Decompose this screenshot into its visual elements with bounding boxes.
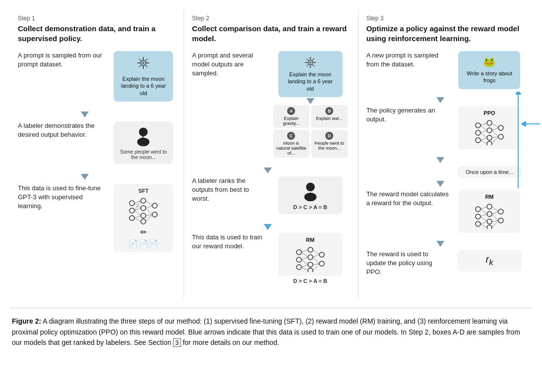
output-grid: A Explain gravity... B Explain war... C … [273, 105, 348, 158]
prompt-text-3: Write a story about frogs [464, 70, 514, 84]
person-box-1: ✏ Some people went to the moon... [114, 121, 173, 164]
svg-point-92 [487, 212, 492, 217]
step3-visual4: rk [455, 250, 524, 272]
rm-network-svg-3 [472, 202, 507, 229]
svg-point-52 [308, 262, 313, 267]
svg-line-80 [481, 138, 487, 140]
ranking-label: D > C > A = B [293, 204, 327, 210]
svg-point-73 [487, 141, 492, 145]
cyan-arrow [521, 120, 541, 128]
ppo-network-svg [472, 118, 507, 145]
sft-pencil-icon: ✏ [140, 227, 147, 237]
sft-network-svg [126, 196, 161, 225]
step3-text2: The policy generates an output. [366, 106, 449, 124]
svg-point-49 [297, 265, 301, 270]
step-3-col: Step 3 Optimize a policy against the rew… [359, 10, 532, 298]
svg-line-100 [481, 217, 487, 222]
step1-visual2: ✏ Some people went to the moon... [111, 121, 176, 164]
svg-line-102 [481, 224, 487, 227]
svg-line-6 [139, 59, 141, 61]
ppo-label: PPO [483, 110, 495, 116]
svg-point-94 [487, 225, 492, 229]
rm-box-3: RM [458, 190, 520, 233]
step2-visual3: RM [271, 233, 350, 284]
section-link[interactable]: 3 [173, 338, 181, 347]
person-svg-2 [300, 180, 321, 202]
svg-line-105 [492, 214, 498, 221]
step3-visual1: 🐸 Write a story about frogs [455, 51, 524, 89]
svg-line-32 [146, 208, 152, 215]
figure-caption: Figure 2: A diagram illustrating the thr… [10, 316, 532, 348]
rm-ranking: D > C > A = B [293, 278, 327, 284]
step3-row4: The reward is used to update the policy … [366, 250, 524, 277]
svg-line-62 [313, 250, 319, 255]
figure-label: Figure 2: [12, 317, 41, 325]
prompt-box-2: Explain the moon landing to a 6 year old [278, 51, 343, 97]
cell-c-label: C [287, 132, 295, 140]
svg-line-61 [301, 267, 308, 271]
svg-line-57 [301, 252, 308, 257]
svg-point-36 [309, 61, 311, 63]
svg-line-101 [481, 222, 487, 224]
output-cell-b: B Explain war... [311, 105, 348, 128]
diagram-area: Step 1 Collect demonstration data, and t… [10, 10, 532, 308]
svg-point-70 [487, 120, 492, 125]
step3-row3: The reward model calculates a reward for… [366, 190, 524, 233]
output-cell-d: D People went to the moon... [311, 130, 348, 158]
arrow1-1 [81, 112, 89, 117]
loop-arrow-svg [513, 92, 523, 191]
svg-line-77 [481, 125, 487, 130]
svg-point-1 [142, 62, 144, 64]
step2-row1: A prompt and several model outputs are s… [192, 51, 350, 158]
main-container: Step 1 Collect demonstration data, and t… [10, 10, 532, 348]
step1-text1: A prompt is sampled from our prompt data… [18, 51, 105, 69]
arrow3-2 [436, 157, 444, 163]
svg-line-82 [492, 123, 498, 128]
rm-network-svg [293, 245, 328, 272]
svg-line-99 [481, 214, 487, 217]
svg-line-56 [301, 250, 308, 252]
svg-point-96 [498, 218, 503, 223]
svg-line-7 [146, 65, 148, 67]
step2-text2: A labeler ranks the outputs from best to… [192, 176, 264, 204]
ppo-box: PPO [458, 106, 520, 149]
svg-line-63 [313, 255, 319, 257]
arrow3-4 [436, 241, 444, 247]
step3-text1: A new prompt is sampled from the dataset… [366, 51, 449, 69]
arrow3-1 [436, 97, 444, 103]
step2-visual2: D > C > A = B [271, 176, 350, 214]
svg-point-22 [152, 212, 157, 217]
step1-text3: This data is used to fine-tune GPT-3 wit… [18, 184, 105, 211]
svg-line-76 [481, 123, 487, 125]
prompt-box-3: 🐸 Write a story about frogs [458, 51, 520, 89]
svg-line-8 [146, 59, 148, 61]
svg-point-50 [308, 247, 313, 252]
svg-line-64 [313, 257, 319, 264]
svg-point-69 [476, 138, 481, 143]
cell-d-text: People went to the moon... [314, 141, 345, 151]
svg-point-72 [487, 135, 492, 140]
step2-title: Collect comparison data, and train a rew… [192, 24, 350, 43]
svg-line-104 [492, 212, 498, 214]
step-2-col: Step 2 Collect comparison data, and trai… [184, 10, 358, 298]
svg-point-14 [129, 201, 134, 206]
svg-point-18 [141, 206, 146, 211]
svg-point-71 [487, 128, 492, 133]
step1-label: Step 1 [18, 15, 176, 22]
svg-line-84 [492, 130, 498, 137]
arrow2-1 [306, 98, 314, 104]
arrow3-3 [436, 181, 444, 187]
prompt-box-1: Explain the moon landing to a 6 year old [114, 51, 173, 102]
person-svg: ✏ [132, 125, 154, 147]
step3-label: Step 3 [366, 15, 524, 22]
svg-line-29 [134, 218, 141, 222]
svg-point-75 [498, 134, 503, 139]
step-1-col: Step 1 Collect demonstration data, and t… [10, 10, 184, 298]
settings-icon [136, 56, 150, 70]
step3-text4: The reward is used to update the policy … [366, 250, 449, 277]
step1-text2: A labeler demonstrates the desired outpu… [18, 121, 105, 139]
output-text-box: Once upon a time... [457, 166, 522, 178]
prompt-text-2: Explain the moon landing to a 6 year old [284, 71, 337, 92]
svg-line-43 [312, 58, 314, 60]
step2-visual1: Explain the moon landing to a 6 year old… [271, 51, 350, 158]
